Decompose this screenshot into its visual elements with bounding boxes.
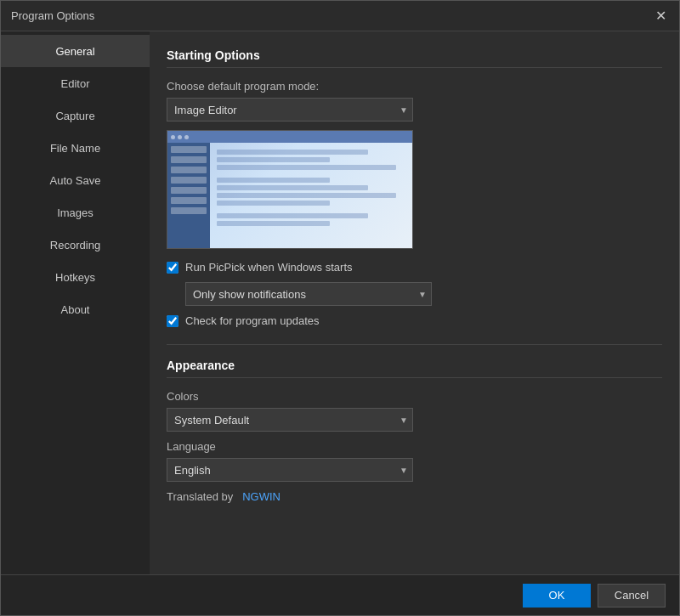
preview-dot-2 <box>178 135 182 139</box>
run-on-startup-label: Run PicPick when Windows starts <box>185 261 353 274</box>
preview-dot-3 <box>184 135 189 139</box>
content-area: General Editor Capture File Name Auto Sa… <box>1 31 679 574</box>
mode-select-wrapper: Image Editor Screen Capture Color Picker… <box>167 98 413 122</box>
startup-behavior-select[interactable]: Only show notifications Open main window… <box>185 282 432 306</box>
preview-sidebar <box>167 143 210 249</box>
program-options-window: Program Options ✕ General Editor Capture… <box>0 0 680 616</box>
starting-options-section: Starting Options Choose default program … <box>167 48 662 327</box>
run-on-startup-checkbox[interactable] <box>167 262 178 274</box>
language-select[interactable]: English Korean Japanese Chinese <box>167 458 413 482</box>
section-divider <box>167 344 662 345</box>
translator-link[interactable]: NGWIN <box>242 490 280 503</box>
sidebar-item-autosave[interactable]: Auto Save <box>1 164 150 196</box>
sidebar-item-images[interactable]: Images <box>1 196 150 229</box>
sidebar-item-filename[interactable]: File Name <box>1 132 150 164</box>
cancel-button[interactable]: Cancel <box>598 584 666 608</box>
window-title: Program Options <box>11 9 94 22</box>
mode-preview-image <box>167 130 413 249</box>
sidebar-item-general[interactable]: General <box>1 35 150 67</box>
colors-label: Colors <box>167 390 662 403</box>
sidebar-item-capture[interactable]: Capture <box>1 99 150 132</box>
starting-options-header: Starting Options <box>167 48 662 68</box>
translated-by-label: Translated by <box>167 490 233 503</box>
colors-select-wrapper: System Default Light Dark ▼ <box>167 408 413 432</box>
sidebar-item-recording[interactable]: Recording <box>1 229 150 261</box>
main-panel: Starting Options Choose default program … <box>150 31 679 574</box>
ok-button[interactable]: OK <box>523 584 591 608</box>
language-select-wrapper: English Korean Japanese Chinese ▼ <box>167 458 413 482</box>
check-updates-checkbox[interactable] <box>167 315 178 327</box>
titlebar: Program Options ✕ <box>1 1 679 31</box>
appearance-header: Appearance <box>167 359 662 378</box>
check-updates-row: Check for program updates <box>167 314 662 327</box>
appearance-section: Appearance Colors System Default Light D… <box>167 359 662 503</box>
preview-content <box>210 143 412 248</box>
sidebar-item-editor[interactable]: Editor <box>1 67 150 99</box>
language-label: Language <box>167 440 662 453</box>
startup-behavior-select-wrapper: Only show notifications Open main window… <box>185 282 432 306</box>
preview-dot-1 <box>171 135 175 139</box>
mode-select[interactable]: Image Editor Screen Capture Color Picker <box>167 98 413 122</box>
sidebar: General Editor Capture File Name Auto Sa… <box>1 31 150 574</box>
check-updates-label: Check for program updates <box>185 314 320 327</box>
close-button[interactable]: ✕ <box>649 4 672 28</box>
mode-label: Choose default program mode: <box>167 80 662 93</box>
footer: OK Cancel <box>1 574 679 615</box>
colors-select[interactable]: System Default Light Dark <box>167 408 413 432</box>
sidebar-item-about[interactable]: About <box>1 293 150 325</box>
run-on-startup-row: Run PicPick when Windows starts <box>167 261 662 274</box>
sidebar-item-hotkeys[interactable]: Hotkeys <box>1 261 150 293</box>
translated-by-row: Translated by NGWIN <box>167 490 662 503</box>
